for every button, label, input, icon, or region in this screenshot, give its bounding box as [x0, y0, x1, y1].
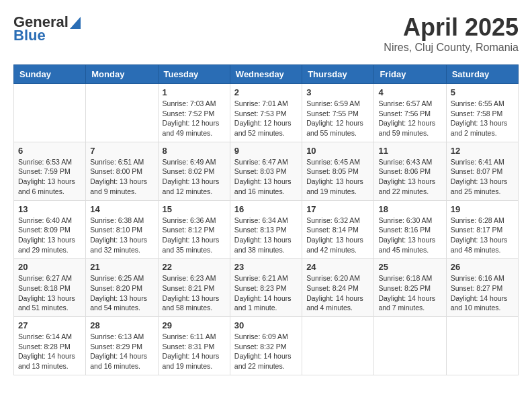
calendar-day-cell: 26Sunrise: 6:16 AM Sunset: 8:27 PM Dayli…	[446, 259, 518, 317]
day-info: Sunrise: 6:38 AM Sunset: 8:10 PM Dayligh…	[90, 216, 153, 255]
day-number: 17	[306, 204, 369, 214]
day-info: Sunrise: 6:25 AM Sunset: 8:20 PM Dayligh…	[90, 273, 153, 313]
day-info: Sunrise: 6:55 AM Sunset: 7:58 PM Dayligh…	[451, 99, 514, 138]
day-number: 28	[90, 320, 153, 330]
calendar-day-cell: 19Sunrise: 6:28 AM Sunset: 8:17 PM Dayli…	[446, 200, 518, 259]
calendar-day-cell: 28Sunrise: 6:13 AM Sunset: 8:29 PM Dayli…	[86, 317, 158, 375]
logo-blue-text: Blue	[13, 27, 46, 44]
day-number: 5	[451, 87, 514, 97]
calendar-day-cell: 9Sunrise: 6:47 AM Sunset: 8:03 PM Daylig…	[230, 142, 302, 200]
day-info: Sunrise: 6:14 AM Sunset: 8:28 PM Dayligh…	[18, 332, 81, 371]
calendar-header-cell: Wednesday	[230, 65, 302, 84]
calendar-day-cell	[374, 317, 446, 375]
calendar-header-cell: Thursday	[302, 65, 374, 84]
day-info: Sunrise: 6:23 AM Sunset: 8:21 PM Dayligh…	[163, 273, 226, 313]
calendar-day-cell	[446, 317, 518, 375]
calendar-header-cell: Monday	[86, 65, 158, 84]
calendar-day-cell: 15Sunrise: 6:36 AM Sunset: 8:12 PM Dayli…	[158, 200, 230, 259]
day-info: Sunrise: 6:59 AM Sunset: 7:55 PM Dayligh…	[306, 99, 369, 138]
calendar-day-cell: 27Sunrise: 6:14 AM Sunset: 8:28 PM Dayli…	[14, 317, 86, 375]
day-number: 22	[163, 262, 226, 272]
day-number: 18	[378, 204, 441, 214]
calendar-week-row: 13Sunrise: 6:40 AM Sunset: 8:09 PM Dayli…	[14, 200, 519, 259]
day-info: Sunrise: 6:36 AM Sunset: 8:12 PM Dayligh…	[163, 216, 226, 255]
calendar-day-cell: 8Sunrise: 6:49 AM Sunset: 8:02 PM Daylig…	[158, 142, 230, 200]
calendar-header-cell: Saturday	[446, 65, 518, 84]
calendar-table: SundayMondayTuesdayWednesdayThursdayFrid…	[13, 64, 519, 375]
calendar-day-cell: 17Sunrise: 6:32 AM Sunset: 8:14 PM Dayli…	[302, 200, 374, 259]
day-number: 9	[234, 146, 298, 156]
calendar-day-cell	[302, 317, 374, 375]
calendar-day-cell: 25Sunrise: 6:18 AM Sunset: 8:25 PM Dayli…	[374, 259, 446, 317]
day-number: 13	[18, 204, 81, 214]
day-number: 23	[234, 262, 298, 272]
day-number: 11	[378, 146, 441, 156]
logo: General Blue	[13, 13, 81, 44]
day-number: 6	[18, 146, 81, 156]
calendar-header-row: SundayMondayTuesdayWednesdayThursdayFrid…	[14, 65, 519, 84]
calendar-day-cell	[14, 84, 86, 142]
day-number: 19	[451, 204, 514, 214]
day-info: Sunrise: 6:09 AM Sunset: 8:32 PM Dayligh…	[234, 332, 298, 371]
logo-triangle-icon	[70, 15, 81, 29]
day-number: 29	[163, 320, 226, 330]
calendar-day-cell: 30Sunrise: 6:09 AM Sunset: 8:32 PM Dayli…	[230, 317, 302, 375]
day-number: 24	[306, 262, 369, 272]
day-number: 21	[90, 262, 153, 272]
calendar-day-cell: 5Sunrise: 6:55 AM Sunset: 7:58 PM Daylig…	[446, 84, 518, 142]
day-info: Sunrise: 6:40 AM Sunset: 8:09 PM Dayligh…	[18, 216, 81, 255]
calendar-day-cell: 2Sunrise: 7:01 AM Sunset: 7:53 PM Daylig…	[230, 84, 302, 142]
day-number: 4	[378, 87, 441, 97]
day-info: Sunrise: 6:34 AM Sunset: 8:13 PM Dayligh…	[234, 216, 298, 255]
calendar-header-cell: Tuesday	[158, 65, 230, 84]
day-number: 16	[234, 204, 298, 214]
day-info: Sunrise: 6:47 AM Sunset: 8:03 PM Dayligh…	[234, 157, 298, 197]
day-info: Sunrise: 6:41 AM Sunset: 8:07 PM Dayligh…	[451, 157, 514, 197]
calendar-day-cell: 14Sunrise: 6:38 AM Sunset: 8:10 PM Dayli…	[86, 200, 158, 259]
day-info: Sunrise: 6:30 AM Sunset: 8:16 PM Dayligh…	[378, 216, 441, 255]
day-number: 8	[163, 146, 226, 156]
day-number: 30	[234, 320, 298, 330]
day-number: 2	[234, 87, 298, 97]
calendar-day-cell: 1Sunrise: 7:03 AM Sunset: 7:52 PM Daylig…	[158, 84, 230, 142]
day-number: 10	[306, 146, 369, 156]
calendar-day-cell: 3Sunrise: 6:59 AM Sunset: 7:55 PM Daylig…	[302, 84, 374, 142]
calendar-day-cell	[86, 84, 158, 142]
calendar-day-cell: 6Sunrise: 6:53 AM Sunset: 7:59 PM Daylig…	[14, 142, 86, 200]
day-info: Sunrise: 6:57 AM Sunset: 7:56 PM Dayligh…	[378, 99, 441, 138]
day-info: Sunrise: 6:45 AM Sunset: 8:05 PM Dayligh…	[306, 157, 369, 197]
location-title: Nires, Cluj County, Romania	[384, 42, 519, 54]
day-info: Sunrise: 6:53 AM Sunset: 7:59 PM Dayligh…	[18, 157, 81, 197]
calendar-day-cell: 4Sunrise: 6:57 AM Sunset: 7:56 PM Daylig…	[374, 84, 446, 142]
calendar-week-row: 1Sunrise: 7:03 AM Sunset: 7:52 PM Daylig…	[14, 84, 519, 142]
day-number: 15	[163, 204, 226, 214]
day-number: 7	[90, 146, 153, 156]
page-header: General Blue April 2025 Nires, Cluj Coun…	[13, 13, 519, 54]
day-number: 14	[90, 204, 153, 214]
calendar-day-cell: 29Sunrise: 6:11 AM Sunset: 8:31 PM Dayli…	[158, 317, 230, 375]
title-block: April 2025 Nires, Cluj County, Romania	[384, 13, 519, 54]
calendar-day-cell: 20Sunrise: 6:27 AM Sunset: 8:18 PM Dayli…	[14, 259, 86, 317]
day-number: 20	[18, 262, 81, 272]
day-info: Sunrise: 6:49 AM Sunset: 8:02 PM Dayligh…	[163, 157, 226, 197]
calendar-day-cell: 12Sunrise: 6:41 AM Sunset: 8:07 PM Dayli…	[446, 142, 518, 200]
day-info: Sunrise: 7:01 AM Sunset: 7:53 PM Dayligh…	[234, 99, 298, 138]
calendar-week-row: 27Sunrise: 6:14 AM Sunset: 8:28 PM Dayli…	[14, 317, 519, 375]
day-info: Sunrise: 6:51 AM Sunset: 8:00 PM Dayligh…	[90, 157, 153, 197]
calendar-day-cell: 23Sunrise: 6:21 AM Sunset: 8:23 PM Dayli…	[230, 259, 302, 317]
day-info: Sunrise: 6:32 AM Sunset: 8:14 PM Dayligh…	[306, 216, 369, 255]
calendar-week-row: 6Sunrise: 6:53 AM Sunset: 7:59 PM Daylig…	[14, 142, 519, 200]
calendar-day-cell: 22Sunrise: 6:23 AM Sunset: 8:21 PM Dayli…	[158, 259, 230, 317]
day-number: 1	[163, 87, 226, 97]
calendar-day-cell: 16Sunrise: 6:34 AM Sunset: 8:13 PM Dayli…	[230, 200, 302, 259]
day-info: Sunrise: 7:03 AM Sunset: 7:52 PM Dayligh…	[163, 99, 226, 138]
day-info: Sunrise: 6:11 AM Sunset: 8:31 PM Dayligh…	[163, 332, 226, 371]
calendar-day-cell: 7Sunrise: 6:51 AM Sunset: 8:00 PM Daylig…	[86, 142, 158, 200]
day-info: Sunrise: 6:13 AM Sunset: 8:29 PM Dayligh…	[90, 332, 153, 371]
calendar-day-cell: 21Sunrise: 6:25 AM Sunset: 8:20 PM Dayli…	[86, 259, 158, 317]
calendar-header-cell: Sunday	[14, 65, 86, 84]
day-info: Sunrise: 6:28 AM Sunset: 8:17 PM Dayligh…	[451, 216, 514, 255]
day-number: 25	[378, 262, 441, 272]
day-number: 27	[18, 320, 81, 330]
calendar-day-cell: 24Sunrise: 6:20 AM Sunset: 8:24 PM Dayli…	[302, 259, 374, 317]
